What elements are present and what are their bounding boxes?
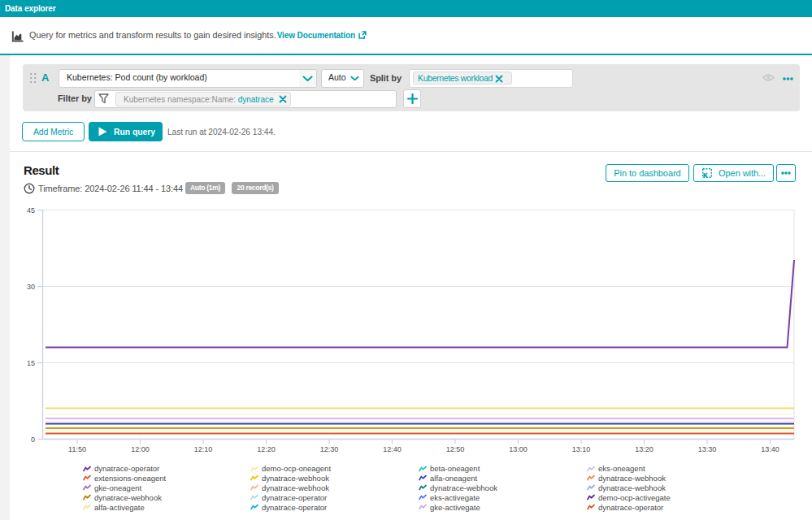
svg-text:12:00: 12:00	[131, 445, 150, 453]
svg-text:0: 0	[31, 436, 35, 444]
svg-text:13:10: 13:10	[572, 445, 591, 453]
svg-text:30: 30	[27, 283, 35, 291]
svg-text:13:20: 13:20	[635, 445, 654, 453]
svg-text:15: 15	[27, 359, 35, 367]
svg-text:45: 45	[27, 206, 35, 214]
svg-text:12:50: 12:50	[446, 445, 465, 453]
svg-text:13:40: 13:40	[761, 445, 779, 453]
svg-text:13:00: 13:00	[509, 445, 528, 453]
svg-text:12:20: 12:20	[257, 445, 276, 453]
svg-text:12:30: 12:30	[320, 445, 339, 453]
svg-text:11:50: 11:50	[68, 445, 86, 453]
svg-text:12:10: 12:10	[194, 445, 213, 453]
svg-text:12:40: 12:40	[383, 445, 402, 453]
svg-text:13:30: 13:30	[698, 445, 717, 453]
